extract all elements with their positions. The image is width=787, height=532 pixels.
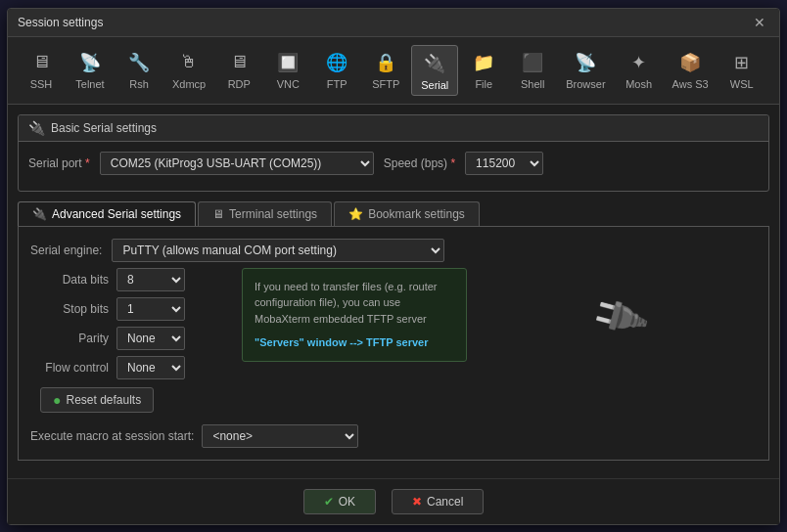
speed-label: Speed (bps) * — [384, 156, 455, 170]
sftp-label: SFTP — [372, 78, 399, 90]
bookmark-tab-icon: ⭐ — [348, 207, 363, 221]
reset-label: Reset defaults — [66, 393, 141, 407]
speed-select[interactable]: 1152009600192003840057600230400 — [465, 152, 543, 175]
toolbar-item-rdp[interactable]: 🖥 RDP — [215, 45, 262, 96]
toolbar-item-ssh[interactable]: 🖥 SSH — [18, 45, 65, 96]
ssh-icon: 🖥 — [27, 49, 55, 76]
rsh-icon: 🔧 — [125, 49, 153, 76]
usb-icon: 🔌 — [587, 285, 653, 349]
stop-bits-select[interactable]: 121.5 — [116, 297, 185, 321]
parity-select[interactable]: NoneOddEvenMarkSpace — [116, 327, 185, 350]
data-bits-label: Data bits — [30, 273, 109, 287]
tab-terminal[interactable]: 🖥 Terminal settings — [198, 201, 332, 226]
rsh-label: Rsh — [129, 78, 149, 90]
toolbar-item-serial[interactable]: 🔌 Serial — [411, 45, 458, 96]
title-bar: Session settings ✕ — [8, 9, 779, 37]
data-bits-select[interactable]: 8765 — [116, 268, 185, 291]
sftp-icon: 🔒 — [372, 49, 399, 76]
bookmark-tab-label: Bookmark settings — [368, 207, 465, 221]
telnet-label: Telnet — [75, 78, 104, 90]
ok-label: OK — [339, 495, 355, 509]
xdmcp-label: Xdmcp — [172, 78, 206, 90]
engine-row: Serial engine: PuTTY (allows manual COM … — [30, 239, 757, 262]
serial-params-left: Data bits 8765 Stop bits 121.5 Parity No… — [30, 268, 226, 413]
macro-row: Execute macro at session start: <none> — [30, 424, 757, 448]
toolbar-item-telnet[interactable]: 📡 Telnet — [67, 45, 114, 96]
toolbar-item-sftp[interactable]: 🔒 SFTP — [362, 45, 409, 96]
toolbar-item-mosh[interactable]: ✦ Mosh — [616, 45, 663, 96]
ssh-label: SSH — [30, 78, 53, 90]
aws_s3-label: Aws S3 — [672, 78, 709, 90]
file-icon: 📁 — [470, 49, 497, 76]
toolbar-item-rsh[interactable]: 🔧 Rsh — [116, 45, 162, 96]
ok-button[interactable]: ✔ OK — [303, 489, 376, 514]
terminal-tab-icon: 🖥 — [212, 207, 224, 221]
dialog-footer: ✔ OK ✖ Cancel — [8, 478, 779, 524]
toolbar-item-aws_s3[interactable]: 📦 Aws S3 — [665, 45, 717, 96]
close-button[interactable]: ✕ — [750, 15, 769, 30]
rdp-label: RDP — [228, 78, 251, 90]
macro-label: Execute macro at session start: — [30, 429, 194, 443]
info-text: If you need to transfer files (e.g. rout… — [255, 279, 454, 328]
parity-label: Parity — [30, 332, 109, 345]
shell-label: Shell — [521, 78, 544, 90]
shell-icon: ⬛ — [519, 49, 546, 76]
basic-serial-section: 🔌 Basic Serial settings Serial port * CO… — [18, 114, 769, 192]
ftp-label: FTP — [327, 78, 347, 90]
session-type-toolbar: 🖥 SSH 📡 Telnet 🔧 Rsh 🖱 Xdmcp 🖥 RDP 🔲 VNC… — [8, 37, 779, 105]
aws_s3-icon: 📦 — [676, 49, 704, 76]
tab-content-advanced: Serial engine: PuTTY (allows manual COM … — [18, 227, 769, 461]
engine-select[interactable]: PuTTY (allows manual COM port setting)Wi… — [112, 239, 444, 262]
cancel-icon: ✖ — [412, 495, 422, 509]
dialog-content: 🔌 Basic Serial settings Serial port * CO… — [8, 105, 779, 478]
tftp-link[interactable]: "Servers" window --> TFTP server — [255, 334, 454, 351]
wsl-icon: ⊞ — [728, 49, 756, 76]
toolbar-item-vnc[interactable]: 🔲 VNC — [264, 45, 311, 96]
mosh-icon: ✦ — [625, 49, 653, 76]
advanced-tabs-container: 🔌 Advanced Serial settings 🖥 Terminal se… — [18, 201, 769, 461]
basic-serial-header: 🔌 Basic Serial settings — [19, 115, 768, 142]
wsl-label: WSL — [730, 78, 754, 90]
session-settings-dialog: Session settings ✕ 🖥 SSH 📡 Telnet 🔧 Rsh … — [7, 8, 780, 525]
mosh-label: Mosh — [625, 78, 652, 90]
serial-port-row: Serial port * COM25 (KitProg3 USB-UART (… — [28, 152, 759, 175]
xdmcp-icon: 🖱 — [175, 49, 203, 76]
browser-label: Browser — [566, 78, 605, 90]
toolbar-item-shell[interactable]: ⬛ Shell — [509, 45, 556, 96]
rdp-icon: 🖥 — [225, 49, 253, 76]
serial-label: Serial — [421, 79, 448, 91]
tabs-row: 🔌 Advanced Serial settings 🖥 Terminal se… — [18, 201, 769, 227]
serial-port-label: Serial port * — [28, 156, 90, 170]
toolbar-item-browser[interactable]: 📡 Browser — [558, 45, 613, 96]
terminal-tab-label: Terminal settings — [229, 207, 317, 221]
macro-select[interactable]: <none> — [202, 424, 358, 448]
toolbar-item-xdmcp[interactable]: 🖱 Xdmcp — [164, 45, 213, 96]
advanced-tab-icon: 🔌 — [32, 207, 47, 221]
toolbar-item-ftp[interactable]: 🌐 FTP — [313, 45, 360, 96]
parity-row: Parity NoneOddEvenMarkSpace — [30, 327, 226, 350]
tab-advanced[interactable]: 🔌 Advanced Serial settings — [18, 201, 196, 226]
serial-icon: 🔌 — [28, 120, 45, 136]
file-label: File — [475, 78, 492, 90]
vnc-icon: 🔲 — [274, 49, 301, 76]
engine-label: Serial engine: — [30, 244, 102, 257]
tftp-info-box: If you need to transfer files (e.g. rout… — [242, 268, 467, 362]
toolbar-item-wsl[interactable]: ⊞ WSL — [718, 45, 765, 96]
flow-control-row: Flow control NoneXON/XOFFRTS/CTSDSR/DTR — [30, 356, 226, 379]
flow-control-label: Flow control — [30, 361, 109, 375]
ftp-icon: 🌐 — [323, 49, 350, 76]
reset-defaults-button[interactable]: ● Reset defaults — [40, 387, 154, 413]
data-bits-row: Data bits 8765 — [30, 268, 226, 291]
stop-bits-row: Stop bits 121.5 — [30, 297, 226, 321]
toolbar-item-file[interactable]: 📁 File — [460, 45, 507, 96]
flow-control-select[interactable]: NoneXON/XOFFRTS/CTSDSR/DTR — [116, 356, 185, 379]
vnc-label: VNC — [277, 78, 300, 90]
advanced-tab-label: Advanced Serial settings — [52, 207, 181, 221]
stop-bits-label: Stop bits — [30, 302, 109, 316]
usb-illustration: 🔌 — [483, 268, 757, 366]
serial-port-select[interactable]: COM25 (KitProg3 USB-UART (COM25))COM1COM… — [100, 152, 374, 175]
cancel-label: Cancel — [427, 495, 463, 509]
ok-icon: ✔ — [324, 495, 334, 509]
tab-bookmark[interactable]: ⭐ Bookmark settings — [334, 201, 480, 226]
cancel-button[interactable]: ✖ Cancel — [392, 489, 484, 514]
